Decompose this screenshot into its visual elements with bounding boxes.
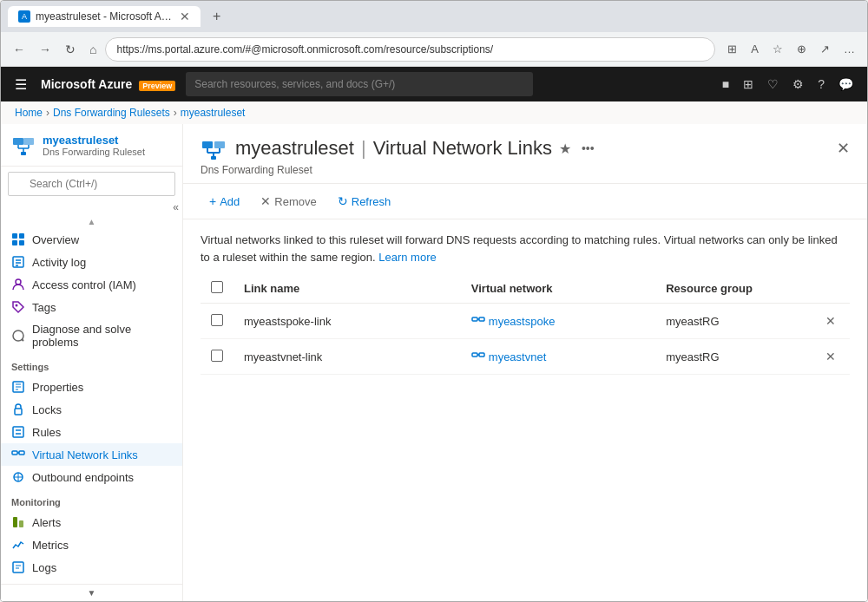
- breadcrumb-current: myeastruleset: [181, 107, 246, 119]
- alerts-icon: [11, 515, 25, 529]
- sidebar-item-label: Rules: [32, 426, 61, 439]
- svg-rect-40: [202, 141, 213, 148]
- feedback-icon[interactable]: 💬: [835, 74, 857, 95]
- virtual-network-link-0[interactable]: myeastspoke: [471, 314, 645, 328]
- sidebar-item-properties[interactable]: Properties: [1, 376, 182, 398]
- home-button[interactable]: ⌂: [84, 39, 102, 60]
- resource-name: myeastruleset: [43, 134, 145, 147]
- sidebar-nav: Overview Activity log Acce: [1, 228, 182, 584]
- table-container: Link name Virtual network Resource group: [183, 274, 867, 601]
- more-tools-button[interactable]: …: [838, 39, 860, 59]
- svg-rect-47: [472, 317, 477, 321]
- collections-button[interactable]: ⊕: [792, 39, 812, 59]
- info-text: Virtual networks linked to this ruleset …: [183, 219, 867, 274]
- resource-group-cell-0: myeastRG: [655, 304, 812, 339]
- sidebar-item-label: Access control (IAM): [32, 278, 136, 291]
- scroll-down-indicator: ▼: [88, 588, 96, 598]
- favorite-button[interactable]: ★: [559, 141, 571, 157]
- select-all-checkbox[interactable]: [211, 281, 223, 293]
- page-resource-type: Dns Forwarding Ruleset: [201, 164, 850, 176]
- address-bar[interactable]: [105, 37, 715, 62]
- learn-more-link[interactable]: Learn more: [378, 251, 436, 264]
- notifications-icon[interactable]: ♡: [764, 74, 782, 95]
- sidebar-item-access-control[interactable]: Access control (IAM): [1, 273, 182, 296]
- svg-rect-10: [19, 240, 24, 245]
- svg-rect-32: [13, 517, 17, 527]
- tab-title: myeastruleset - Microsoft Azure: [36, 10, 174, 23]
- metrics-icon: [11, 538, 25, 552]
- vnet-icon-1: [471, 350, 485, 363]
- sidebar-item-locks[interactable]: Locks: [1, 398, 182, 421]
- delete-row-button-1[interactable]: ✕: [822, 348, 839, 365]
- sidebar-item-virtual-network-links[interactable]: Virtual Network Links: [1, 443, 182, 466]
- row-checkbox-1[interactable]: [211, 350, 223, 362]
- sidebar-item-tags[interactable]: Tags: [1, 296, 182, 318]
- sidebar-item-label: Virtual Network Links: [32, 448, 138, 461]
- browser-tab[interactable]: A myeastruleset - Microsoft Azure ✕: [8, 6, 201, 27]
- virtual-network-link-1[interactable]: myeastvnet: [471, 350, 645, 363]
- diagnose-icon: [11, 329, 25, 343]
- sidebar-item-label: Overview: [32, 233, 79, 246]
- sidebar-item-outbound-endpoints[interactable]: Outbound endpoints: [1, 466, 182, 488]
- extensions-button[interactable]: ⊞: [722, 39, 742, 59]
- sidebar-item-logs[interactable]: Logs: [1, 556, 182, 579]
- delete-row-button-0[interactable]: ✕: [822, 312, 839, 330]
- sidebar-item-activity-log[interactable]: Activity log: [1, 251, 182, 273]
- refresh-button[interactable]: ↻ Refresh: [329, 191, 400, 212]
- table-row: myeastvnet-link: [201, 339, 850, 375]
- add-icon: +: [209, 194, 216, 208]
- add-button[interactable]: + Add: [201, 191, 248, 212]
- favorites-button[interactable]: ☆: [767, 39, 788, 59]
- col-link-name: Link name: [233, 274, 461, 304]
- sidebar-item-label: Logs: [32, 561, 56, 574]
- row-checkbox-0[interactable]: [211, 314, 223, 326]
- forward-button[interactable]: →: [34, 39, 56, 60]
- resource-title: myeastruleset: [235, 137, 354, 160]
- sidebar-item-metrics[interactable]: Metrics: [1, 533, 182, 556]
- cloud-shell-icon[interactable]: ■: [719, 74, 733, 95]
- svg-rect-22: [15, 409, 22, 415]
- close-panel-button[interactable]: ✕: [837, 139, 850, 158]
- page-title: Virtual Network Links: [373, 137, 552, 160]
- tab-close-button[interactable]: ✕: [180, 10, 190, 23]
- sidebar-item-overview[interactable]: Overview: [1, 228, 182, 251]
- profile-button[interactable]: A: [746, 39, 764, 59]
- sidebar-item-diagnose[interactable]: Diagnose and solve problems: [1, 318, 182, 353]
- sidebar-item-label: Properties: [32, 381, 83, 394]
- reload-button[interactable]: ↻: [60, 39, 81, 60]
- global-search-input[interactable]: [186, 72, 533, 96]
- sidebar-item-alerts[interactable]: Alerts: [1, 511, 182, 533]
- svg-rect-6: [21, 152, 26, 155]
- outbound-endpoints-icon: [11, 470, 25, 484]
- overview-icon: [11, 232, 25, 246]
- help-icon[interactable]: ?: [814, 74, 828, 95]
- sidebar-item-label: Activity log: [32, 256, 86, 269]
- properties-icon: [11, 380, 25, 394]
- remove-button[interactable]: ✕ Remove: [252, 191, 325, 212]
- sidebar-item-rules[interactable]: Rules: [1, 421, 182, 443]
- hamburger-menu[interactable]: ☰: [11, 73, 30, 96]
- svg-rect-27: [19, 451, 24, 455]
- logs-icon: [11, 560, 25, 574]
- link-name-cell-1: myeastvnet-link: [233, 339, 461, 375]
- sidebar-collapse-button[interactable]: «: [173, 201, 179, 213]
- sidebar-search-input[interactable]: [8, 172, 175, 196]
- share-button[interactable]: ↗: [815, 39, 835, 59]
- breadcrumb-parent[interactable]: Dns Forwarding Rulesets: [53, 107, 170, 119]
- new-tab-button[interactable]: +: [207, 7, 226, 26]
- refresh-icon: ↻: [338, 194, 348, 208]
- portal-menu-icon[interactable]: ⊞: [740, 74, 757, 95]
- activity-log-icon: [11, 255, 25, 269]
- sidebar-item-label: Tags: [32, 301, 56, 314]
- remove-icon: ✕: [260, 194, 271, 208]
- table-row: myeastspoke-link: [201, 304, 850, 339]
- col-resource-group: Resource group: [655, 274, 812, 304]
- scroll-up-indicator: ▲: [88, 217, 96, 226]
- toolbar: + Add ✕ Remove ↻ Refresh: [183, 184, 867, 219]
- more-options-button[interactable]: •••: [578, 140, 598, 157]
- settings-icon[interactable]: ⚙: [789, 74, 807, 95]
- back-button[interactable]: ←: [8, 39, 30, 60]
- tags-icon: [11, 300, 25, 314]
- resource-icon: [11, 133, 36, 157]
- breadcrumb-home[interactable]: Home: [15, 107, 43, 119]
